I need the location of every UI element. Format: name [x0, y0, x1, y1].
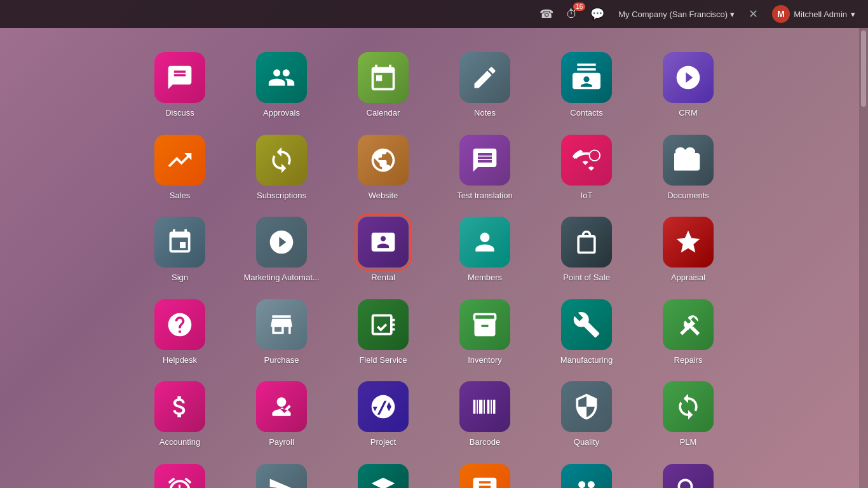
app-item-crm[interactable]: CRM: [644, 47, 733, 123]
app-item-employees[interactable]: Employees: [542, 459, 631, 488]
barcode-label: Barcode: [470, 437, 500, 447]
barcode-icon: [459, 381, 510, 432]
chevron-down-icon: ▾: [730, 10, 735, 19]
plm-label: PLM: [680, 437, 697, 447]
app-item-project[interactable]: Project: [339, 376, 428, 452]
app-item-field-service[interactable]: Field Service: [339, 294, 428, 370]
app-item-sales[interactable]: Sales: [135, 130, 224, 206]
app-item-test-translation[interactable]: Test translation: [440, 130, 529, 206]
app-item-rental[interactable]: Rental: [339, 212, 428, 288]
inventory-label: Inventory: [468, 355, 501, 365]
approvals-icon: [256, 52, 307, 103]
app-item-payroll[interactable]: Payroll: [237, 376, 326, 452]
plm-icon: [663, 381, 714, 432]
helpdesk-label: Helpdesk: [163, 355, 197, 365]
approvals-label: Approvals: [263, 108, 300, 118]
company-name: My Company (San Francisco): [618, 10, 728, 19]
timer-badge[interactable]: ⏱ 16: [562, 5, 581, 24]
chevron-down-icon: ▾: [851, 10, 855, 19]
app-item-recruitment[interactable]: Recruitment: [644, 459, 733, 488]
documents-icon: [663, 135, 714, 186]
app-item-surveys[interactable]: Surveys: [440, 459, 529, 488]
recruitment-icon: [663, 464, 714, 488]
point-of-sale-icon: [561, 217, 612, 268]
repairs-label: Repairs: [674, 355, 703, 365]
company-selector[interactable]: My Company (San Francisco) ▾: [613, 7, 740, 22]
app-item-website[interactable]: Website: [339, 130, 428, 206]
app-item-plm[interactable]: PLM: [644, 376, 733, 452]
contacts-label: Contacts: [570, 108, 602, 118]
payroll-label: Payroll: [269, 437, 294, 447]
events-icon: [358, 464, 409, 488]
app-item-notes[interactable]: Notes: [440, 47, 529, 123]
calendar-label: Calendar: [367, 108, 400, 118]
discuss-icon: [154, 52, 205, 103]
app-item-marketing-automation[interactable]: Marketing Automat...: [237, 212, 326, 288]
inventory-icon: [459, 299, 510, 350]
badge-count: 16: [573, 3, 585, 11]
field-service-icon: [358, 299, 409, 350]
quality-icon: [561, 381, 612, 432]
project-label: Project: [370, 437, 396, 447]
accounting-icon: [154, 381, 205, 432]
contacts-icon: [561, 52, 612, 103]
discuss-label: Discuss: [165, 108, 194, 118]
close-button[interactable]: ✕: [745, 4, 762, 24]
iot-icon: [561, 135, 612, 186]
crm-icon: [663, 52, 714, 103]
website-label: Website: [369, 191, 398, 201]
app-item-helpdesk[interactable]: Helpdesk: [135, 294, 224, 370]
members-icon: [459, 217, 510, 268]
app-grid: DiscussApprovalsCalendarNotesContactsCRM…: [0, 28, 868, 488]
marketing-automation-label: Marketing Automat...: [243, 273, 319, 283]
app-item-barcode[interactable]: Barcode: [440, 376, 529, 452]
test-translation-icon: [459, 135, 510, 186]
payroll-icon: [256, 381, 307, 432]
appraisal-label: Appraisal: [671, 273, 705, 283]
phone-icon[interactable]: ☎: [536, 4, 557, 24]
user-name: Mitchell Admin: [794, 10, 847, 19]
user-menu[interactable]: M Mitchell Admin ▾: [767, 3, 860, 25]
scrollbar-thumb[interactable]: [861, 30, 866, 107]
app-item-accounting[interactable]: Accounting: [135, 376, 224, 452]
quality-label: Quality: [574, 437, 599, 447]
app-item-contacts[interactable]: Contacts: [542, 47, 631, 123]
app-item-calendar[interactable]: Calendar: [339, 47, 428, 123]
app-item-appraisal[interactable]: Appraisal: [644, 212, 733, 288]
app-item-events[interactable]: Events: [339, 459, 428, 488]
app-item-inventory[interactable]: Inventory: [440, 294, 529, 370]
app-item-quality[interactable]: Quality: [542, 376, 631, 452]
app-item-repairs[interactable]: Repairs: [644, 294, 733, 370]
app-item-sign[interactable]: Sign: [135, 212, 224, 288]
avatar: M: [772, 5, 790, 23]
app-item-purchase[interactable]: Purchase: [237, 294, 326, 370]
app-item-approvals[interactable]: Approvals: [237, 47, 326, 123]
calendar-icon: [358, 52, 409, 103]
timesheets-icon: [154, 464, 205, 488]
crm-label: CRM: [679, 108, 698, 118]
app-item-mass-mailing[interactable]: Mass Mailing: [237, 459, 326, 488]
members-label: Members: [468, 273, 502, 283]
app-item-documents[interactable]: Documents: [644, 130, 733, 206]
field-service-label: Field Service: [359, 355, 407, 365]
chat-icon[interactable]: 💬: [587, 4, 608, 24]
documents-label: Documents: [667, 191, 709, 201]
app-item-iot[interactable]: IoT: [542, 130, 631, 206]
scrollbar[interactable]: [859, 28, 868, 488]
app-item-members[interactable]: Members: [440, 212, 529, 288]
notes-icon: [459, 52, 510, 103]
app-item-timesheets[interactable]: Timesheets: [135, 459, 224, 488]
website-icon: [358, 135, 409, 186]
helpdesk-icon: [154, 299, 205, 350]
manufacturing-label: Manufacturing: [560, 355, 613, 365]
app-item-subscriptions[interactable]: Subscriptions: [237, 130, 326, 206]
app-item-point-of-sale[interactable]: Point of Sale: [542, 212, 631, 288]
navbar: ☎ ⏱ 16 💬 My Company (San Francisco) ▾ ✕ …: [0, 0, 868, 28]
app-item-manufacturing[interactable]: Manufacturing: [542, 294, 631, 370]
sign-label: Sign: [172, 273, 188, 283]
app-item-discuss[interactable]: Discuss: [135, 47, 224, 123]
test-translation-label: Test translation: [457, 191, 512, 201]
manufacturing-icon: [561, 299, 612, 350]
rental-label: Rental: [371, 273, 395, 283]
accounting-label: Accounting: [159, 437, 200, 447]
